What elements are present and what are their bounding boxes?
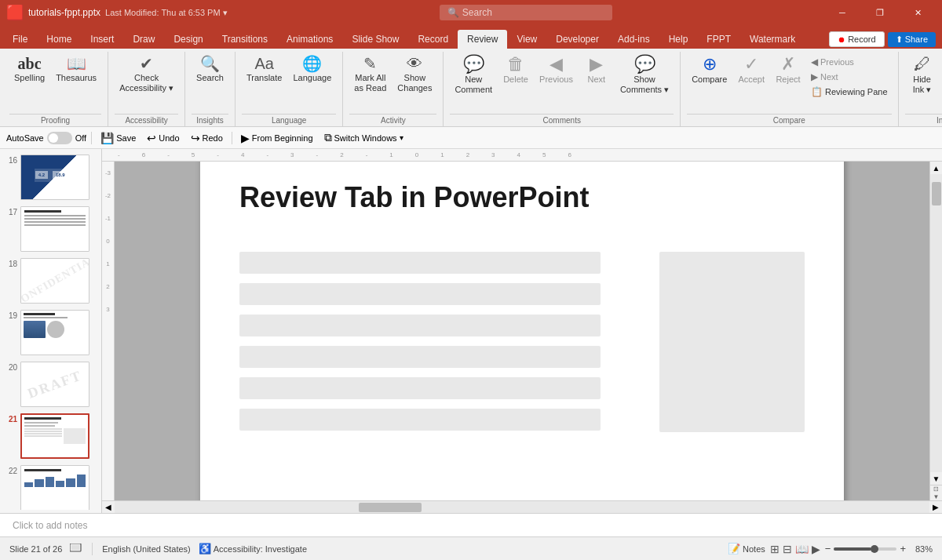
right-scrollbar[interactable]: ▲ ▼ ⊡ ▼ [929, 162, 942, 500]
slide-sorter-icon[interactable]: ⊟ [783, 543, 792, 555]
search-bar[interactable]: 🔍 [440, 5, 612, 20]
tab-home[interactable]: Home [37, 30, 81, 49]
fit-to-window-button[interactable]: ⊡ [930, 485, 942, 493]
tab-slideshow[interactable]: Slide Show [342, 30, 408, 49]
slide-item-20[interactable]: 20 DRAFT [3, 359, 98, 409]
slide-item-19[interactable]: 19 [3, 307, 98, 358]
notes-area[interactable]: Click to add notes [0, 513, 942, 536]
search-button[interactable]: 🔍 Search [192, 53, 228, 85]
slide-canvas[interactable]: Review Tab in PowerPoint [115, 162, 929, 500]
status-left: Slide 21 of 26 English (United States) ♿… [9, 543, 307, 555]
tab-file[interactable]: File [3, 30, 37, 49]
accessibility-indicator[interactable]: ♿ Accessibility: Investigate [199, 543, 307, 555]
slide-thumb-20[interactable]: DRAFT [20, 362, 89, 407]
slide-item-16[interactable]: 16 4.2 18.9 [3, 152, 98, 202]
restore-button[interactable]: ❐ [862, 0, 898, 25]
content-placeholder[interactable] [239, 252, 601, 487]
reading-view-icon[interactable]: 📖 [795, 543, 809, 555]
h-scroll-thumb[interactable] [359, 503, 422, 512]
h-scroll-track[interactable] [115, 501, 929, 513]
language-indicator[interactable]: English (United States) [102, 544, 191, 554]
slide-item-18[interactable]: 18 CONFIDENTIAL [3, 256, 98, 306]
image-placeholder[interactable] [659, 252, 805, 432]
reject-button[interactable]: ✗ Reject [771, 53, 805, 87]
check-accessibility-button[interactable]: ✔ CheckAccessibility ▾ [115, 53, 178, 96]
tab-view[interactable]: View [507, 30, 546, 49]
slide-scroll[interactable]: 16 4.2 18.9 17 [3, 152, 98, 510]
scroll-down-arrow[interactable]: ▼ [930, 472, 942, 485]
scroll-up-arrow[interactable]: ▲ [930, 162, 942, 174]
slide-content[interactable]: Review Tab in PowerPoint [200, 162, 844, 500]
switch-windows-button[interactable]: ⧉ Switch Windows ▾ [320, 129, 407, 146]
notes-placeholder[interactable]: Click to add notes [13, 520, 87, 531]
slide-thumbnail-icon[interactable] [70, 544, 82, 555]
slide-thumb-19[interactable] [20, 310, 89, 355]
thesaurus-button[interactable]: 📖 Thesaurus [51, 53, 101, 85]
undo-button[interactable]: ↩ Undo [143, 130, 183, 146]
show-comments-button[interactable]: 💬 ShowComments ▾ [615, 53, 674, 97]
scroll-left-arrow[interactable]: ◀ [102, 501, 115, 514]
accept-button[interactable]: ✓ Accept [733, 53, 769, 87]
scroll-right-arrow[interactable]: ▶ [929, 501, 942, 514]
tab-record[interactable]: Record [408, 30, 458, 49]
from-beginning-button[interactable]: ▶ From Beginning [237, 130, 317, 146]
translate-button[interactable]: Aa Translate [242, 53, 287, 85]
zoom-thumb[interactable] [871, 545, 878, 553]
search-input[interactable] [462, 7, 588, 18]
delete-comment-button[interactable]: 🗑 Delete [498, 53, 533, 87]
slide-thumb-21[interactable] [20, 413, 89, 459]
notes-toggle[interactable]: 📝 Notes [728, 543, 765, 555]
previous-comment-button[interactable]: ◀ Previous [535, 53, 578, 87]
scroll-track[interactable] [930, 174, 942, 472]
slide-item-22[interactable]: 22 [3, 463, 98, 510]
tab-review[interactable]: Review [458, 30, 507, 49]
hide-ink-button[interactable]: 🖊 HideInk ▾ [905, 53, 940, 97]
show-changes-button[interactable]: 👁 ShowChanges [392, 53, 436, 96]
autosave-toggle[interactable]: AutoSave Off [6, 132, 86, 144]
autosave-toggle-track[interactable] [47, 132, 72, 144]
minimize-button[interactable]: ─ [824, 0, 860, 25]
share-button[interactable]: ⬆ Share [888, 32, 936, 47]
spelling-button[interactable]: abc Spelling [9, 53, 49, 85]
tab-transitions[interactable]: Transitions [213, 30, 277, 49]
slide-item-21[interactable]: 21 [3, 411, 98, 461]
record-button[interactable]: ⏺ Record [829, 31, 884, 47]
close-button[interactable]: ✕ [900, 0, 936, 25]
chevron-down-icon[interactable]: ▾ [223, 8, 228, 17]
zoom-out-icon[interactable]: − [825, 543, 831, 555]
scroll-bottom-arrow[interactable]: ▼ [930, 493, 942, 500]
slide-item-17[interactable]: 17 [3, 204, 98, 254]
slide-title[interactable]: Review Tab in PowerPoint [239, 181, 589, 214]
redo-button[interactable]: ↪ Redo [187, 130, 227, 146]
slide-thumb-16[interactable]: 4.2 18.9 [20, 155, 89, 200]
tab-fppt[interactable]: FPPT [697, 30, 740, 49]
next-compare-button[interactable]: ▶ Next [807, 70, 892, 84]
zoom-control[interactable]: − + 83% [825, 543, 933, 555]
tab-insert[interactable]: Insert [81, 30, 123, 49]
previous-compare-button[interactable]: ◀ Previous [807, 55, 892, 69]
normal-view-icon[interactable]: ⊞ [770, 543, 780, 555]
tab-addins[interactable]: Add-ins [608, 30, 659, 49]
slide-show-icon[interactable]: ▶ [812, 543, 820, 555]
scroll-thumb[interactable] [932, 182, 941, 205]
tab-help[interactable]: Help [659, 30, 698, 49]
zoom-level[interactable]: 83% [909, 544, 933, 554]
tab-developer[interactable]: Developer [546, 30, 608, 49]
save-button[interactable]: 💾 Save [97, 130, 140, 146]
tab-animations[interactable]: Animations [277, 30, 342, 49]
slide-thumb-22[interactable] [20, 465, 89, 510]
next-comment-button[interactable]: ▶ Next [579, 53, 614, 87]
reviewing-pane-button[interactable]: 📋 Reviewing Pane [807, 85, 892, 99]
language-button[interactable]: 🌐 Language [288, 53, 336, 85]
zoom-in-icon[interactable]: + [900, 543, 906, 555]
new-comment-button[interactable]: 💬 NewComment [450, 53, 497, 97]
compare-button[interactable]: ⊕ Compare [687, 53, 732, 87]
tab-draw[interactable]: Draw [123, 30, 164, 49]
tab-watermark[interactable]: Watermark [740, 30, 805, 49]
mark-all-read-button[interactable]: ✎ Mark Allas Read [349, 53, 391, 96]
tab-design[interactable]: Design [164, 30, 212, 49]
zoom-track[interactable] [834, 547, 896, 551]
bottom-scrollbar[interactable]: ◀ ▶ [102, 500, 942, 513]
slide-thumb-18[interactable]: CONFIDENTIAL [20, 258, 89, 304]
slide-thumb-17[interactable] [20, 206, 89, 252]
